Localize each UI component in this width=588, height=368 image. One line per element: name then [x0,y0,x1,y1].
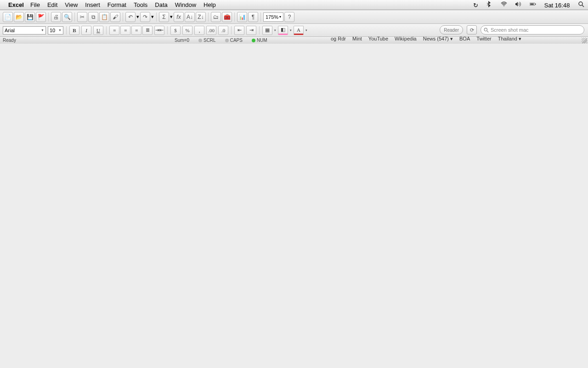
font-selector[interactable]: Arial▼ [3,26,46,34]
help-icon[interactable]: ? [284,12,294,22]
svg-rect-2 [535,4,536,5]
clock-text[interactable]: Sat 16:48 [544,2,570,9]
font-size: 10 [50,28,55,33]
timemachine-icon[interactable]: ↻ [473,2,478,9]
bookmark-item[interactable]: News (547) ▾ [423,36,453,42]
align-center-icon[interactable]: ≡ [120,26,130,35]
undo-icon[interactable]: ↶ [125,12,136,22]
format-painter-icon[interactable]: 🖌 [110,12,120,22]
excel-window: c OS X 📄 📂 💾 🚩 🖨 🔍 ✂ ⧉ 📋 🖌 ↶▾ ↷▾ Σ▾ fx A… [0,10,588,44]
align-right-icon[interactable]: ≡ [131,26,141,35]
status-sum: Sum=0 [175,38,189,43]
underline-button[interactable]: U [93,26,103,35]
chart-icon[interactable]: 📊 [237,12,247,22]
formatting-toolbar: Arial▼ 10▼ B I U ≡ ≡ ≡ ≣ ⇥⇤ $ % , .00 .0… [0,24,588,37]
italic-button[interactable]: I [81,26,91,35]
open-icon[interactable]: 📂 [14,12,24,22]
menubar-right: ↻ Sat 16:48 [467,1,584,9]
font-color-dropdown-icon[interactable]: ▾ [305,29,307,32]
zoom-value: 175% [266,14,278,20]
bookmarks-bar-peek: og Rdr Mint YouTube Wikipedia News (547)… [331,36,570,42]
zoom-selector[interactable]: 175%▾ [263,12,283,22]
bookmark-item[interactable]: YouTube [368,36,388,42]
search-icon [484,28,489,33]
function-icon[interactable]: fx [174,12,184,22]
status-ready: Ready [3,38,16,43]
new-workbook-icon[interactable]: 📄 [3,12,13,22]
menu-format[interactable]: Format [107,1,126,8]
flag-icon[interactable]: 🚩 [36,12,46,22]
comma-icon[interactable]: , [194,26,204,35]
bookmark-item[interactable]: Twitter [476,36,491,42]
bookmark-item[interactable]: og Rdr [331,36,346,42]
autosum-icon[interactable]: Σ [159,12,169,22]
merge-cells-icon[interactable]: ⇥⇤ [154,26,164,35]
borders-icon[interactable]: ▦ [262,26,272,35]
standard-toolbar: 📄 📂 💾 🚩 🖨 🔍 ✂ ⧉ 📋 🖌 ↶▾ ↷▾ Σ▾ fx A↓ Z↓ 🗂 … [0,10,588,24]
print-preview-icon[interactable]: 🔍 [62,12,72,22]
font-name: Arial [5,28,15,33]
gallery-icon[interactable]: 🗂 [211,12,221,22]
currency-icon[interactable]: $ [170,26,181,35]
bookmark-item[interactable]: Mint [352,36,362,42]
increase-indent-icon[interactable]: ⇥ [246,26,256,35]
sort-desc-icon[interactable]: Z↓ [196,12,206,22]
svg-rect-3 [530,4,534,5]
wifi-icon[interactable] [501,1,507,7]
decrease-decimal-icon[interactable]: .0 [218,26,228,35]
app-menu[interactable]: Excel [8,1,24,8]
svg-line-5 [582,5,584,7]
redo-icon[interactable]: ↷ [140,12,150,22]
status-scrl: SCRL [198,38,216,43]
copy-icon[interactable]: ⧉ [88,12,98,22]
undo-dropdown-icon[interactable]: ▾ [136,14,139,20]
fill-color-dropdown-icon[interactable]: ▾ [290,29,292,32]
percent-icon[interactable]: % [182,26,192,35]
search-placeholder: Screen shot mac [491,27,529,33]
menu-window[interactable]: Window [175,1,196,8]
svg-point-4 [579,2,582,6]
status-caps: CAPS [225,38,243,43]
svg-point-0 [503,5,504,6]
reader-button[interactable]: Reader [440,25,463,34]
svg-line-7 [487,31,488,32]
paste-icon[interactable]: 📋 [99,12,109,22]
align-left-icon[interactable]: ≡ [109,26,119,35]
save-icon[interactable]: 💾 [25,12,35,22]
toolbox-icon[interactable]: 🧰 [222,12,232,22]
safari-toolbar-peek: Reader ⟳ Screen shot mac [440,25,584,34]
print-icon[interactable]: 🖨 [51,12,61,22]
browser-search-field[interactable]: Screen shot mac [481,25,584,34]
menu-edit[interactable]: Edit [47,1,57,8]
bookmark-item[interactable]: Wikipedia [395,36,417,42]
resize-corner[interactable] [582,38,587,43]
menu-tools[interactable]: Tools [134,1,147,8]
menu-file[interactable]: File [30,1,40,8]
cut-icon[interactable]: ✂ [77,12,87,22]
svg-point-6 [484,28,487,31]
fill-color-icon[interactable]: ◧ [278,26,288,35]
autosum-dropdown-icon[interactable]: ▾ [170,14,173,20]
bold-button[interactable]: B [69,26,79,35]
volume-icon[interactable] [515,1,521,7]
bluetooth-icon[interactable] [486,1,492,7]
font-size-selector[interactable]: 10▼ [48,26,63,34]
battery-icon[interactable] [530,1,536,7]
redo-dropdown-icon[interactable]: ▾ [151,14,154,20]
bookmark-item[interactable]: BOA [459,36,470,42]
reload-icon[interactable]: ⟳ [467,25,477,34]
increase-decimal-icon[interactable]: .00 [206,26,216,35]
menu-help[interactable]: Help [204,1,216,8]
spotlight-icon[interactable] [578,1,584,7]
decrease-indent-icon[interactable]: ⇤ [234,26,244,35]
status-num: NUM [252,38,267,43]
menu-data[interactable]: Data [155,1,167,8]
menu-view[interactable]: View [65,1,78,8]
show-hide-icon[interactable]: ¶ [248,12,258,22]
bookmark-item[interactable]: Thailand ▾ [498,36,521,42]
justify-icon[interactable]: ≣ [142,26,153,35]
sort-asc-icon[interactable]: A↓ [185,12,195,22]
menu-insert[interactable]: Insert [85,1,100,8]
font-color-icon[interactable]: A [294,26,304,35]
borders-dropdown-icon[interactable]: ▾ [274,29,276,32]
